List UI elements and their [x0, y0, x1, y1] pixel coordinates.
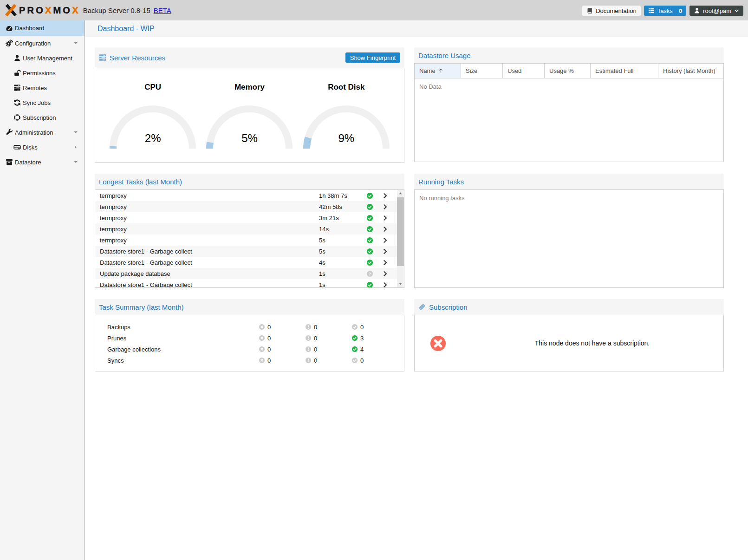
sidebar-item-remotes[interactable]: Remotes — [0, 80, 85, 95]
scroll-down-button[interactable] — [397, 280, 404, 287]
app-header: PROXMOX Backup Server 0.8-15 BETA Docume… — [0, 0, 748, 20]
error-count: 0 — [259, 324, 305, 331]
column-header-estimated-full[interactable]: Estimated Full — [591, 64, 658, 78]
scroll-up-button[interactable] — [397, 190, 404, 197]
sidebar-item-datastore[interactable]: Datastore — [0, 155, 85, 169]
sidebar-item-permissions[interactable]: Permissions — [0, 65, 85, 80]
sidebar-item-configuration[interactable]: Configuration — [0, 36, 85, 51]
documentation-button-label: Documentation — [596, 7, 636, 14]
task-row[interactable]: termproxy42m 58s — [95, 201, 397, 212]
proxmox-logo: PROXMOX — [5, 4, 80, 16]
sidebar-item-user-management[interactable]: User Management — [0, 51, 85, 65]
gauge-arc: 5% — [206, 105, 293, 149]
chevron-down-icon — [734, 8, 739, 13]
datastore-usage-empty-text: No Data — [415, 78, 723, 95]
gauge-title: Memory — [201, 83, 298, 92]
gauge-title: CPU — [104, 83, 201, 92]
summary-label: Syncs — [95, 357, 259, 364]
open-task-button[interactable] — [377, 215, 393, 221]
task-row[interactable]: Update package database1s — [95, 268, 397, 279]
ok-count: 0 — [351, 357, 398, 364]
warning-count-value: 0 — [314, 346, 317, 353]
open-task-button[interactable] — [377, 193, 393, 199]
summary-label: Prunes — [95, 335, 259, 342]
column-header-usage-[interactable]: Usage % — [545, 64, 591, 78]
task-summary-panel: Task Summary (last Month) Backups000Prun… — [95, 299, 404, 371]
warning-count: 0 — [305, 335, 351, 342]
longest-tasks-panel: Longest Tasks (last Month) termproxy1h 3… — [95, 174, 404, 288]
task-row[interactable]: termproxy3m 21s — [95, 212, 397, 223]
scrollbar[interactable] — [397, 190, 404, 287]
task-duration: 4s — [319, 259, 363, 266]
gauge-root-disk: Root Disk9% — [298, 68, 395, 162]
beta-link[interactable]: BETA — [154, 7, 171, 14]
task-row[interactable]: termproxy14s — [95, 223, 397, 234]
sidebar-item-label: Disks — [23, 144, 38, 151]
datastore-usage-header: Datastore Usage — [414, 47, 724, 63]
triangle-down-icon — [398, 282, 403, 286]
task-name: termproxy — [95, 215, 319, 221]
sidebar-item-label: Configuration — [15, 40, 51, 47]
sidebar-item-label: User Management — [23, 55, 72, 62]
task-duration: 5s — [319, 248, 363, 255]
show-fingerprint-button[interactable]: Show Fingerprint — [345, 52, 400, 63]
open-task-button[interactable] — [377, 271, 393, 277]
column-header-size[interactable]: Size — [461, 64, 503, 78]
sidebar-item-label: Datastore — [15, 159, 41, 166]
status-ok-icon — [363, 281, 377, 288]
scrollbar-thumb[interactable] — [397, 197, 404, 266]
sidebar-item-administration[interactable]: Administration — [0, 125, 85, 140]
sidebar-item-label: Remotes — [23, 85, 47, 91]
warning-status-icon — [305, 324, 312, 330]
ok-count-value: 0 — [360, 324, 364, 331]
sidebar-nav: DashboardConfigurationUser ManagementPer… — [0, 20, 85, 560]
column-header-used[interactable]: Used — [503, 64, 545, 78]
open-task-button[interactable] — [377, 226, 393, 232]
sidebar-item-dashboard[interactable]: Dashboard — [0, 20, 85, 36]
datastore-usage-panel: Datastore Usage NameSizeUsedUsage %Estim… — [414, 47, 724, 163]
wrench-icon — [6, 129, 13, 136]
task-row[interactable]: Datastore store1 - Garbage collect5s — [95, 246, 397, 257]
task-row[interactable]: Datastore store1 - Garbage collect1s — [95, 279, 397, 288]
task-duration: 42m 58s — [319, 203, 363, 210]
error-count-value: 0 — [267, 357, 271, 364]
column-header-history-last-month-[interactable]: History (last Month) — [658, 64, 723, 78]
tasks-button[interactable]: Tasks 0 — [644, 6, 686, 16]
status-ok-icon — [363, 215, 377, 221]
unlock-icon — [13, 69, 21, 77]
server-resources-title: Server Resources — [110, 54, 165, 62]
user-menu-button[interactable]: root@pam — [689, 6, 743, 16]
task-duration: 1s — [319, 281, 363, 288]
summary-row-prunes: Prunes003 — [95, 332, 404, 344]
ok-status-icon — [351, 357, 358, 364]
column-header-name[interactable]: Name — [415, 64, 461, 78]
summary-label: Backups — [95, 324, 259, 331]
summary-row-syncs: Syncs000 — [95, 355, 404, 366]
error-count: 0 — [259, 357, 305, 364]
task-duration: 3m 21s — [319, 215, 363, 221]
open-task-button[interactable] — [377, 282, 393, 288]
task-row[interactable]: termproxy1h 38m 7s — [95, 190, 397, 201]
task-name: termproxy — [95, 192, 319, 199]
warning-count-value: 0 — [314, 324, 317, 331]
warning-count-value: 0 — [314, 335, 317, 342]
user-icon — [13, 54, 21, 62]
error-status-icon — [259, 357, 265, 364]
open-task-button[interactable] — [377, 260, 393, 266]
running-tasks-empty-text: No running tasks — [415, 190, 723, 206]
sidebar-item-disks[interactable]: Disks — [0, 140, 85, 155]
running-tasks-header: Running Tasks — [414, 174, 724, 189]
warning-status-icon — [305, 346, 312, 352]
ok-status-icon — [351, 324, 358, 330]
task-row[interactable]: Datastore store1 - Garbage collect4s — [95, 257, 397, 268]
sidebar-item-subscription[interactable]: Subscription — [0, 110, 85, 125]
sidebar-item-sync-jobs[interactable]: Sync Jobs — [0, 95, 85, 110]
open-task-button[interactable] — [377, 237, 393, 243]
ok-count: 4 — [351, 346, 398, 353]
open-task-button[interactable] — [377, 248, 393, 254]
task-name: Datastore store1 - Garbage collect — [95, 259, 319, 266]
task-row[interactable]: termproxy5s — [95, 234, 397, 246]
documentation-button[interactable]: Documentation — [582, 6, 640, 16]
open-task-button[interactable] — [377, 204, 393, 210]
task-name: termproxy — [95, 203, 319, 210]
